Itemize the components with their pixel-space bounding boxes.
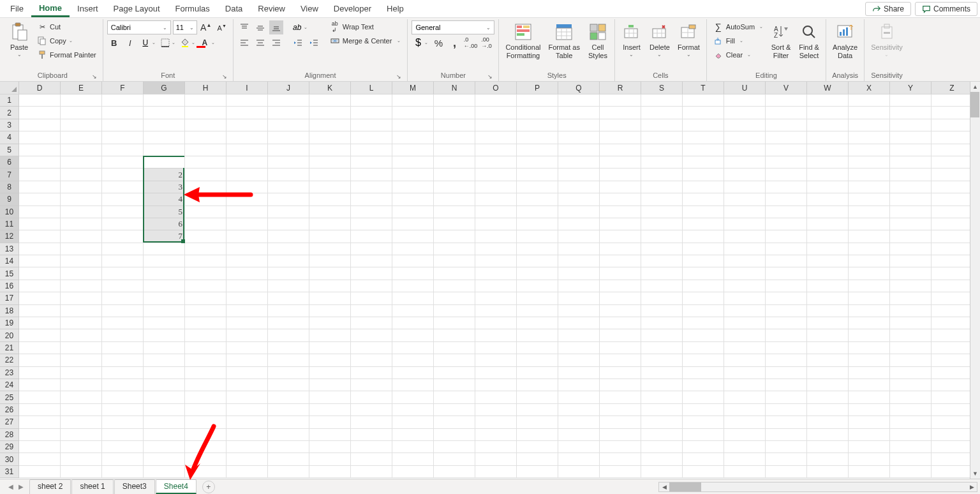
cell-R22[interactable] (600, 354, 641, 366)
cell-H14[interactable] (185, 255, 226, 267)
cell-J13[interactable] (268, 243, 309, 255)
cell-P16[interactable] (517, 280, 558, 292)
cell-U20[interactable] (724, 329, 766, 341)
cell-Z8[interactable] (932, 181, 973, 193)
cell-T5[interactable] (683, 144, 724, 156)
cell-M26[interactable] (392, 404, 434, 416)
cell-R8[interactable] (600, 181, 641, 193)
cell-N27[interactable] (434, 416, 475, 428)
cell-M7[interactable] (392, 168, 434, 181)
cell-V13[interactable] (766, 243, 807, 255)
decrease-indent-button[interactable] (291, 36, 305, 50)
cell-W12[interactable] (807, 230, 849, 243)
cell-D17[interactable] (19, 292, 61, 304)
cell-P26[interactable] (517, 404, 558, 416)
cell-R12[interactable] (600, 230, 641, 243)
cell-R23[interactable] (600, 367, 641, 379)
cell-J24[interactable] (268, 379, 309, 391)
cell-S25[interactable] (641, 391, 683, 403)
cell-S14[interactable] (641, 255, 683, 267)
cell-E26[interactable] (61, 404, 102, 416)
cell-L17[interactable] (351, 292, 392, 304)
cell-V20[interactable] (766, 329, 807, 341)
cell-U15[interactable] (724, 267, 766, 280)
cell-R11[interactable] (600, 218, 641, 230)
cell-T11[interactable] (683, 218, 724, 230)
cell-L30[interactable] (351, 453, 392, 465)
cell-W26[interactable] (807, 404, 849, 416)
cell-L31[interactable] (351, 466, 392, 478)
cell-H26[interactable] (185, 404, 226, 416)
cell-R3[interactable] (600, 119, 641, 131)
cell-I15[interactable] (226, 267, 268, 280)
cell-S19[interactable] (641, 317, 683, 329)
sheet-tab-sheet-1[interactable]: sheet 1 (71, 479, 113, 494)
cell-H1[interactable] (185, 94, 226, 107)
cell-P28[interactable] (517, 429, 558, 441)
cell-X29[interactable] (849, 441, 890, 453)
cell-H7[interactable] (185, 168, 226, 181)
bold-button[interactable]: B (107, 36, 121, 50)
cell-I21[interactable] (226, 342, 268, 354)
cell-P14[interactable] (517, 255, 558, 267)
cell-L2[interactable] (351, 107, 392, 119)
cell-V16[interactable] (766, 280, 807, 292)
cell-F24[interactable] (102, 379, 144, 391)
cell-G17[interactable] (144, 292, 185, 304)
cell-R21[interactable] (600, 342, 641, 354)
cell-W28[interactable] (807, 429, 849, 441)
cell-U23[interactable] (724, 367, 766, 379)
cell-O30[interactable] (475, 453, 517, 465)
cell-W17[interactable] (807, 292, 849, 304)
cell-R1[interactable] (600, 94, 641, 107)
cell-J12[interactable] (268, 230, 309, 243)
column-header-K[interactable]: K (309, 82, 351, 94)
tab-developer[interactable]: Developer (326, 1, 379, 16)
cell-O7[interactable] (475, 168, 517, 181)
cell-F20[interactable] (102, 329, 144, 341)
cell-L28[interactable] (351, 429, 392, 441)
cell-Y30[interactable] (890, 453, 932, 465)
cell-J30[interactable] (268, 453, 309, 465)
cell-X23[interactable] (849, 367, 890, 379)
cell-P15[interactable] (517, 267, 558, 280)
scroll-down-button[interactable]: ▼ (970, 468, 980, 479)
cell-P20[interactable] (517, 329, 558, 341)
cell-M16[interactable] (392, 280, 434, 292)
cell-P30[interactable] (517, 453, 558, 465)
cell-N5[interactable] (434, 144, 475, 156)
sort-filter-button[interactable]: AZ Sort & Filter (768, 20, 794, 61)
cell-Q6[interactable] (558, 156, 600, 168)
cell-F23[interactable] (102, 367, 144, 379)
cell-Q11[interactable] (558, 218, 600, 230)
cell-E10[interactable] (61, 206, 102, 218)
cell-F2[interactable] (102, 107, 144, 119)
cell-M12[interactable] (392, 230, 434, 243)
column-header-P[interactable]: P (517, 82, 558, 94)
cell-U1[interactable] (724, 94, 766, 107)
cell-D4[interactable] (19, 131, 61, 144)
cell-N2[interactable] (434, 107, 475, 119)
clear-button[interactable]: Clear ⌄ (711, 49, 766, 61)
cell-E19[interactable] (61, 317, 102, 329)
cell-P1[interactable] (517, 94, 558, 107)
cell-X31[interactable] (849, 466, 890, 478)
cell-L9[interactable] (351, 193, 392, 206)
cell-L25[interactable] (351, 391, 392, 403)
tab-help[interactable]: Help (379, 1, 412, 16)
cell-J31[interactable] (268, 466, 309, 478)
cell-T28[interactable] (683, 429, 724, 441)
cell-W7[interactable] (807, 168, 849, 181)
cell-R5[interactable] (600, 144, 641, 156)
cell-D10[interactable] (19, 206, 61, 218)
cell-Z17[interactable] (932, 292, 973, 304)
cell-K27[interactable] (309, 416, 351, 428)
cell-Z1[interactable] (932, 94, 973, 107)
cell-H19[interactable] (185, 317, 226, 329)
cell-Q30[interactable] (558, 453, 600, 465)
cell-D12[interactable] (19, 230, 61, 243)
cell-O6[interactable] (475, 156, 517, 168)
cell-I27[interactable] (226, 416, 268, 428)
cell-J25[interactable] (268, 391, 309, 403)
cell-V4[interactable] (766, 131, 807, 144)
